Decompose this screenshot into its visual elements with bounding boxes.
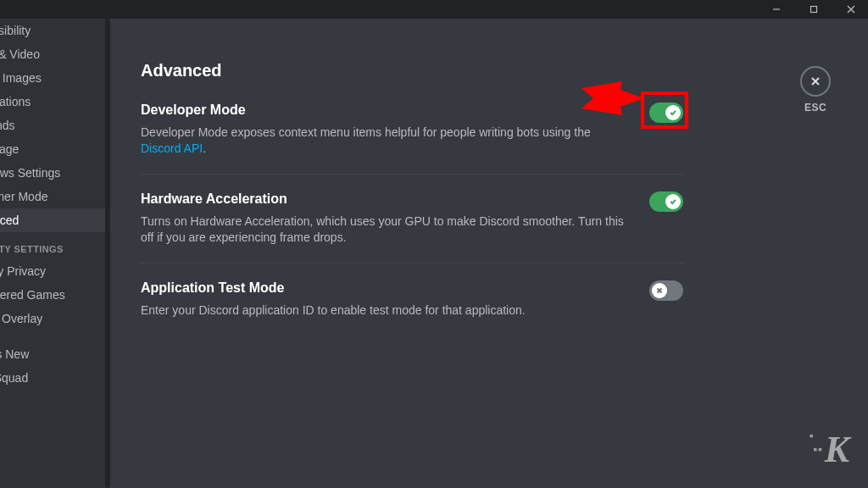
toggle-knob [665,105,681,120]
close-settings-button[interactable] [800,66,831,97]
sidebar-header-activity: ACTIVITY SETTINGS [0,232,110,259]
settings-content: Advanced Developer Mode Developer Mode e… [110,19,868,488]
close-settings-group: ESC [800,66,831,114]
sidebar-item-accessibility[interactable]: Accessibility [0,19,110,42]
setting-hardware-acceleration: Hardware Acceleration Turns on Hardware … [141,191,683,263]
setting-developer-mode: Developer Mode Developer Mode exposes co… [141,103,683,175]
setting-desc-hardware-acceleration: Turns on Hardware Acceleration, which us… [141,214,632,246]
toggle-knob [652,283,667,298]
window-maximize-button[interactable] [802,0,826,19]
sidebar-item-notifications[interactable]: Notifications [0,90,110,114]
sidebar-item-activity-privacy[interactable]: Activity Privacy [0,259,110,283]
toggle-developer-mode[interactable] [649,103,683,123]
sidebar-item-keybinds[interactable]: Keybinds [0,114,110,137]
setting-title-developer-mode: Developer Mode [141,103,683,118]
sidebar-item-language[interactable]: Language [0,137,110,161]
sidebar-item-whats-new[interactable]: What's New [0,342,110,366]
watermark-dots-icon: ▪ ▪▪ [810,430,823,457]
page-title: Advanced [141,61,683,80]
sidebar-item-game-overlay[interactable]: Game Overlay [0,307,110,330]
watermark-letter: K [825,429,848,470]
setting-title-hardware-acceleration: Hardware Acceleration [141,191,683,207]
setting-application-test-mode: Application Test Mode Enter your Discord… [141,280,683,336]
setting-desc-text-after: . [203,141,206,155]
setting-desc-developer-mode: Developer Mode exposes context menu item… [141,125,632,157]
discord-api-link[interactable]: Discord API [141,141,203,155]
setting-title-application-test-mode: Application Test Mode [141,280,683,296]
sidebar-item-registered-games[interactable]: Registered Games [0,283,110,307]
toggle-application-test-mode[interactable] [649,280,683,301]
setting-desc-application-test-mode: Enter your Discord application ID to ena… [141,302,632,319]
svg-rect-1 [811,7,817,13]
setting-desc-text: Developer Mode exposes context menu item… [141,125,591,139]
window-minimize-button[interactable] [765,0,788,19]
sidebar-item-hypesquad[interactable]: HypeSquad [0,366,110,390]
sidebar-item-text-images[interactable]: Text & Images [0,66,110,90]
toggle-knob [665,194,681,209]
esc-label: ESC [800,102,831,114]
sidebar-item-advanced[interactable]: Advanced [0,208,110,232]
window-titlebar [0,0,868,19]
sidebar-item-voice-video[interactable]: Voice & Video [0,42,110,66]
toggle-hardware-acceleration[interactable] [649,191,683,212]
sidebar-item-streamer-mode[interactable]: Streamer Mode [0,185,110,208]
window-close-button[interactable] [839,0,863,19]
sidebar-item-windows-settings[interactable]: Windows Settings [0,161,110,185]
settings-sidebar: Accessibility Voice & Video Text & Image… [0,19,110,488]
watermark-logo: ▪ ▪▪ K [825,428,848,471]
